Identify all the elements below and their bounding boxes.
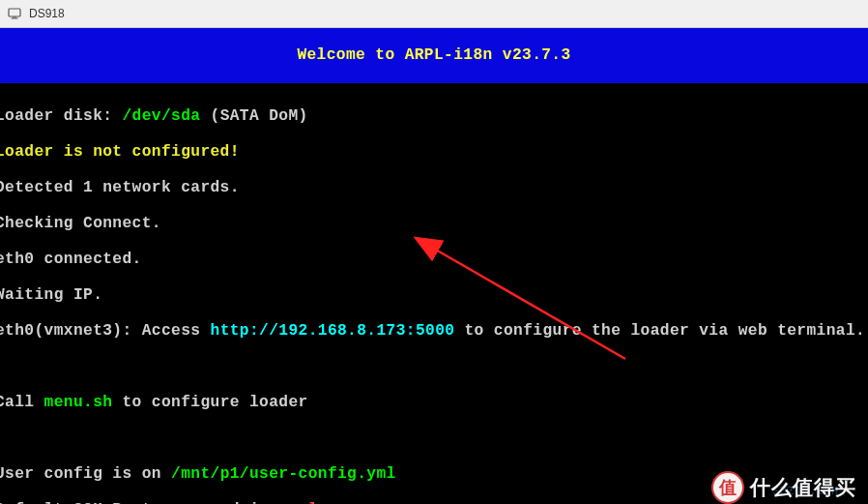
- banner-text: Welcome to ARPL-i18n v23.7.3: [297, 46, 570, 65]
- detected-cards: Detected 1 network cards.: [0, 179, 240, 196]
- svg-rect-2: [12, 18, 18, 19]
- loader-disk-label: Loader disk:: [0, 107, 122, 125]
- watermark-text: 什么值得买: [750, 479, 856, 497]
- config-url: http://192.168.8.173:5000: [211, 322, 455, 340]
- terminal[interactable]: Welcome to ARPL-i18n v23.7.3 Loader disk…: [0, 28, 868, 504]
- checking-connect: Checking Connect.: [0, 215, 161, 232]
- ssh-prefix: Default SSH Root password is: [0, 501, 278, 505]
- monitor-icon: [8, 7, 21, 20]
- watermark-badge: 值: [711, 471, 744, 504]
- loader-not-configured: Loader is not configured!: [0, 143, 240, 161]
- user-config-prefix: User config is on: [0, 465, 171, 483]
- waiting-ip: Waiting IP.: [0, 286, 102, 304]
- svg-rect-0: [9, 9, 20, 16]
- window-title: DS918: [29, 7, 65, 20]
- menu-sh: menu.sh: [44, 394, 113, 411]
- welcome-banner: Welcome to ARPL-i18n v23.7.3: [0, 28, 868, 83]
- window-titlebar: DS918: [0, 0, 868, 28]
- eth0-connected: eth0 connected.: [0, 251, 142, 268]
- user-config-path: /mnt/p1/user-config.yml: [171, 465, 396, 483]
- watermark: 值 什么值得买: [711, 471, 856, 504]
- eth0-access-prefix: eth0(vmxnet3): Access: [0, 322, 211, 340]
- ssh-password: arpl: [278, 501, 317, 505]
- loader-disk-sata: (SATA DoM): [200, 107, 307, 125]
- eth0-access-suffix: to configure the loader via web terminal…: [454, 322, 865, 340]
- terminal-output: Loader disk: /dev/sda (SATA DoM) Loader …: [0, 83, 868, 504]
- loader-disk-value: /dev/sda: [122, 107, 200, 125]
- svg-rect-1: [13, 17, 16, 18]
- call-prefix: Call: [0, 394, 44, 411]
- call-suffix: to configure loader: [112, 394, 307, 411]
